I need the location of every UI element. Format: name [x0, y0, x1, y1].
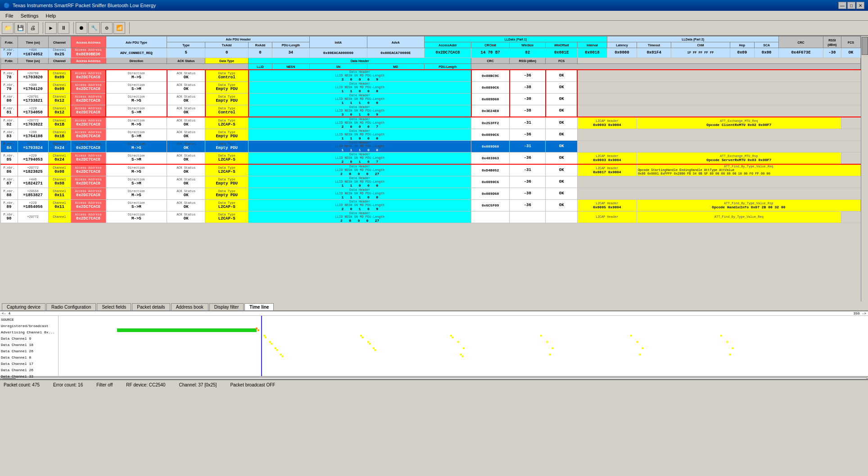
toolbar-save[interactable]: 💾 — [14, 22, 26, 34]
toolbar-pause[interactable]: ⏸ — [58, 22, 69, 34]
dhdr-84: Data Header LLID NESN SN MD PDU-Length 1… — [249, 140, 471, 152]
col-sub-chm: ChM — [671, 42, 730, 48]
ch-78: Channel0x09 — [48, 70, 71, 82]
packet-row-86[interactable]: P.nbr.86+29772=1823825Channel0x08Access … — [0, 164, 861, 176]
dir-90: DirectionM->S — [106, 211, 167, 223]
fcs-84: OK — [546, 140, 578, 152]
time-84: +29716=1793824 — [18, 140, 48, 152]
menu-file[interactable]: File — [2, 12, 17, 19]
dir-80: DirectionM->S — [106, 93, 167, 105]
tab-display-filter[interactable]: Display filter — [209, 303, 244, 310]
hscroll-track[interactable] — [1, 377, 867, 380]
hscroll-thumb[interactable] — [2, 378, 16, 380]
fcs-77: OK — [841, 48, 860, 58]
pnbr-83: P.nbr.83 — [0, 129, 18, 140]
dhdr-82: Data Header LLID NESN SN MD PDU-Length 2… — [249, 117, 471, 129]
tab-capturing-device[interactable]: Capturing device — [2, 303, 45, 310]
packet-row-80[interactable]: P.nbr.80+29701=1733821Channel0x12Access … — [0, 93, 861, 105]
minimize-button[interactable]: — — [838, 2, 846, 9]
packet-row-89[interactable]: P.nbr.89+229=1854056Channel0x11Access Ad… — [0, 199, 861, 211]
toolbar-rec[interactable]: ⏺ — [76, 22, 87, 34]
app-title: Texas Instruments SmartRF Packet Sniffer… — [13, 3, 156, 8]
maximize-button[interactable]: □ — [847, 2, 855, 9]
packet-row-84[interactable]: P.nbr.84+29716=1793824Channel0x24Access … — [0, 140, 861, 152]
dir-79: DirectionS->M — [106, 81, 167, 93]
packet-row-77[interactable]: P.nbr.77 +494=1674052 Channel0x25 Access… — [0, 48, 861, 58]
crc-79: 0x0890C6 — [471, 81, 510, 93]
packet-row-78[interactable]: P.nbr.78+29768=1703820Channel0x09Access … — [0, 70, 861, 82]
toolbar-open[interactable]: 📁 — [2, 22, 14, 34]
toolbar-print[interactable]: 🖨 — [27, 22, 39, 34]
status-broadcast: Packet broadcast OFF — [230, 382, 275, 387]
tab-timeline[interactable]: Time line — [244, 303, 274, 310]
winoffset-77: 0x001E — [546, 48, 578, 58]
col-d-datatype: Data Type — [205, 58, 249, 63]
att-lbl-82: ATT_Exchange_MTU_Req Opcode ClientRxMTU … — [637, 117, 841, 129]
pnbr-88: P.nbr.88 — [0, 188, 18, 199]
packet-row-85[interactable]: P.nbr.85+229=1794053Channel0x24Access Ad… — [0, 152, 861, 164]
rssi-79: -38 — [510, 81, 546, 93]
toolbar-config2[interactable]: ⚙ — [101, 22, 113, 34]
crc-80: 0x089D60 — [471, 93, 510, 105]
dir-83: DirectionS->M — [106, 129, 167, 140]
dot — [276, 349, 278, 351]
hop-77: 0x09 — [730, 48, 754, 58]
packet-row-82[interactable]: P.nbr.82+29772=1763822Channel0x1BAccess … — [0, 117, 861, 129]
tl-ch26b: Data Channel 26 — [1, 367, 57, 373]
statusbar: Packet count: 475 Error count: 16 Filter… — [0, 380, 868, 390]
col-header-pnbr: P.nbr. — [0, 36, 18, 48]
ch-82: Channel0x1B — [48, 117, 71, 129]
menu-help[interactable]: Help — [42, 12, 59, 19]
data-header-row: P.nbr. Time (us) Channel Access Address … — [0, 58, 861, 63]
toolbar-config1[interactable]: 🔧 — [88, 22, 100, 34]
l2cap-partial-90: L2CAP Header — [577, 211, 637, 223]
dir-87: DirectionS->M — [106, 176, 167, 188]
ch-90: Channel — [48, 211, 71, 223]
tab-select-fields[interactable]: Select fields — [97, 303, 131, 310]
col-sub-sca: SCA — [754, 42, 778, 48]
timeline-hscroll[interactable] — [0, 376, 868, 380]
packet-row-83[interactable]: P.nbr.83+286=1764108Channel0x1BAccess Ad… — [0, 129, 861, 140]
fcs-79: OK — [546, 81, 578, 93]
latency-77: 0x0000 — [607, 48, 637, 58]
aa-77: Access Address0x8E89BED6 — [71, 48, 106, 58]
dot — [362, 337, 363, 338]
ch-89: Channel0x11 — [48, 199, 71, 211]
packet-row-87[interactable]: P.nbr.87+446=1824271Channel0x08Access Ad… — [0, 176, 861, 188]
toolbar-play[interactable]: ▶ — [45, 22, 57, 34]
ch-88: Channel0x11 — [48, 188, 71, 199]
dot — [271, 343, 272, 345]
dt-79: Data TypeEmpty PDU — [205, 81, 249, 93]
fcs-87: OK — [546, 176, 578, 188]
ack-89: ACK StatusOK — [167, 199, 205, 211]
status-error-count: Error count: 16 — [53, 382, 83, 387]
dt-82: Data TypeL2CAP-S — [205, 117, 249, 129]
menu-settings[interactable]: Settings — [17, 12, 42, 19]
dt-78: Data TypeControl — [205, 70, 249, 82]
ack-86: ACK StatusOK — [167, 164, 205, 176]
pnbr-82: P.nbr.82 — [0, 117, 18, 129]
pdu-type-77: ADV_CONNECT_REQ — [106, 48, 167, 58]
vertical-scrollbar[interactable] — [861, 36, 868, 301]
tab-radio-config[interactable]: Radio Configuration — [46, 303, 96, 310]
interval-77: 0x0018 — [577, 48, 607, 58]
pnbr-77: P.nbr.77 — [0, 48, 18, 58]
tab-packet-details[interactable]: Packet details — [132, 303, 170, 310]
l2cap-lbl-82: L2CAP Header 0x0003 0x0004 — [577, 117, 637, 129]
packet-row-79[interactable]: P.nbr.79+300=1704120Channel0x09Access Ad… — [0, 81, 861, 93]
timeline-labels: SOURCE Unregistered/broadcast Advertisin… — [0, 316, 59, 376]
scrollbar-thumb[interactable] — [862, 37, 868, 55]
ack-82: ACK StatusOK — [167, 117, 205, 129]
col-sub-winsize: WinSize — [510, 42, 546, 48]
packet-row-88[interactable]: P.nbr.88+29556=1853827Channel0x11Access … — [0, 188, 861, 199]
ch-81: Channel0x12 — [48, 105, 71, 117]
close-button[interactable]: ✕ — [856, 2, 864, 9]
ch-86: Channel0x08 — [48, 164, 71, 176]
tab-address-book[interactable]: Address book — [171, 303, 208, 310]
packet-row-90[interactable]: P.nbr.90+29772ChannelAccess Address0x2DC… — [0, 211, 861, 223]
toolbar-config3[interactable]: 📶 — [113, 22, 125, 34]
dot — [552, 347, 553, 349]
pnbr-89: P.nbr.89 — [0, 199, 18, 211]
col-header-ll2: LLData (Part 2) — [607, 36, 778, 42]
packet-row-81[interactable]: P.nbr.81+229=1734050Channel0x12Access Ad… — [0, 105, 861, 117]
